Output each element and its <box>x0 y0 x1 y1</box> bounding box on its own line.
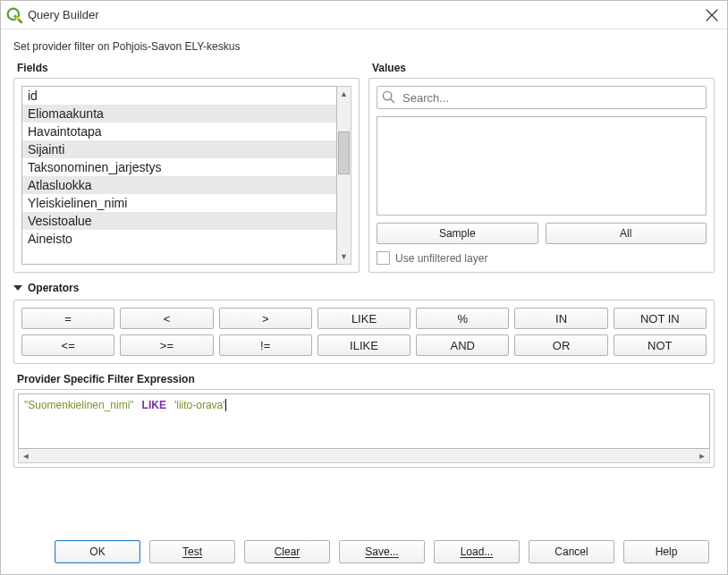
ok-button[interactable]: OK <box>55 540 140 563</box>
list-item[interactable]: Taksonominen_jarjestys <box>22 158 336 176</box>
filter-subtitle: Set provider filter on Pohjois-Savon ELY… <box>13 40 715 53</box>
operator-button[interactable]: > <box>219 308 312 329</box>
list-item[interactable]: Atlasluokka <box>22 176 336 194</box>
list-item[interactable]: Yleiskielinen_nimi <box>22 194 336 212</box>
values-panel: Values Sample All Use unfiltered layer <box>368 62 715 273</box>
clear-button[interactable]: Clear <box>244 540 330 563</box>
svg-rect-1 <box>16 16 19 19</box>
fields-panel: Fields idEliomaakuntaHavaintotapaSijaint… <box>13 62 360 273</box>
values-label: Values <box>368 62 715 74</box>
fields-listbox[interactable]: idEliomaakuntaHavaintotapaSijaintiTakson… <box>21 86 337 265</box>
test-button[interactable]: Test <box>149 540 235 563</box>
operator-button[interactable]: LIKE <box>317 308 411 329</box>
operator-button[interactable]: AND <box>416 334 509 356</box>
operator-button[interactable]: != <box>219 334 312 356</box>
fields-label: Fields <box>13 62 360 74</box>
all-button[interactable]: All <box>546 223 707 244</box>
expression-label: Provider Specific Filter Expression <box>13 373 715 385</box>
chevron-down-icon <box>13 285 22 291</box>
operators-group: =<>LIKE%INNOT IN <=>=!=ILIKEANDORNOT <box>13 300 715 364</box>
expr-field: "Suomenkielinen_nimi" <box>24 399 134 411</box>
list-item[interactable]: Aineisto <box>22 230 336 248</box>
fields-scrollbar[interactable]: ▲ ▼ <box>337 86 351 265</box>
scroll-thumb[interactable] <box>338 131 350 174</box>
load-button[interactable]: Load... <box>434 540 520 563</box>
operator-button[interactable]: = <box>21 308 114 329</box>
list-item[interactable]: Sijainti <box>22 140 336 158</box>
scroll-up-icon[interactable]: ▲ <box>337 87 351 101</box>
query-builder-dialog: Query Builder Set provider filter on Poh… <box>0 0 728 575</box>
help-button[interactable]: Help <box>623 540 709 563</box>
expr-keyword: LIKE <box>142 399 166 411</box>
operator-button[interactable]: >= <box>120 334 213 356</box>
operator-button[interactable]: % <box>416 308 509 329</box>
operators-label: Operators <box>28 282 79 294</box>
unfiltered-label: Use unfiltered layer <box>395 252 487 265</box>
operator-button[interactable]: OR <box>514 334 607 356</box>
unfiltered-checkbox[interactable] <box>377 251 390 265</box>
search-icon <box>382 90 395 104</box>
title-bar: Query Builder <box>1 1 727 30</box>
scroll-down-icon[interactable]: ▼ <box>337 249 351 264</box>
operator-button[interactable]: NOT IN <box>614 308 707 329</box>
list-item[interactable]: Eliomaakunta <box>22 105 336 123</box>
values-listbox[interactable] <box>377 116 707 216</box>
operators-toggle[interactable]: Operators <box>13 282 715 294</box>
list-item[interactable]: Vesistoalue <box>22 212 336 230</box>
cancel-button[interactable]: Cancel <box>529 540 614 563</box>
expr-string: 'liito-orava' <box>174 399 225 411</box>
operator-button[interactable]: NOT <box>614 334 707 356</box>
qgis-icon <box>6 7 22 23</box>
window-title: Query Builder <box>28 8 98 21</box>
sample-button[interactable]: Sample <box>377 223 538 244</box>
expression-editor[interactable]: "Suomenkielinen_nimi" LIKE 'liito-orava' <box>18 393 710 449</box>
search-input[interactable] <box>377 86 707 109</box>
operator-button[interactable]: ILIKE <box>317 334 411 356</box>
dialog-footer: OK Test Clear Save... Load... Cancel Hel… <box>1 533 727 574</box>
operator-button[interactable]: < <box>120 308 213 329</box>
save-button[interactable]: Save... <box>339 540 425 563</box>
scroll-left-icon[interactable]: ◄ <box>19 452 33 461</box>
operator-button[interactable]: IN <box>514 308 607 329</box>
expression-hscroll[interactable]: ◄ ► <box>18 449 710 463</box>
list-item[interactable]: id <box>22 87 336 105</box>
close-icon[interactable] <box>706 9 718 21</box>
scroll-right-icon[interactable]: ► <box>695 452 709 461</box>
operator-button[interactable]: <= <box>21 334 114 356</box>
svg-point-2 <box>383 91 391 99</box>
list-item[interactable]: Havaintotapa <box>22 123 336 140</box>
